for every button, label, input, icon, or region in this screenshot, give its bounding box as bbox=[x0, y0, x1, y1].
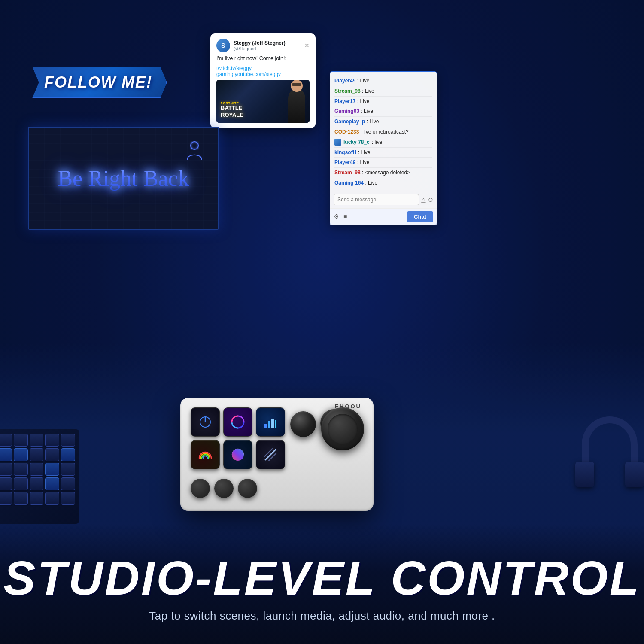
bottom-section: STUDIO-LEVEL CONTROL Tap to switch scene… bbox=[0, 524, 644, 644]
kb-key bbox=[0, 434, 12, 447]
kb-key-lit bbox=[45, 463, 59, 476]
follow-me-shape: FOLLOW ME! bbox=[32, 67, 167, 98]
chat-avatar-6 bbox=[334, 139, 341, 146]
kb-key bbox=[14, 492, 28, 505]
chat-input-area: △ ⊖ bbox=[330, 191, 437, 208]
chat-text-8: : Live bbox=[357, 159, 370, 165]
kb-key bbox=[30, 434, 44, 447]
kb-key bbox=[14, 434, 28, 447]
kb-key bbox=[30, 477, 44, 490]
chat-list-icon[interactable]: ≡ bbox=[343, 213, 347, 220]
stream-deck-device: FHOOU bbox=[180, 398, 374, 511]
kb-key bbox=[61, 463, 75, 476]
kb-key bbox=[14, 463, 28, 476]
svg-line-11 bbox=[269, 453, 276, 461]
kb-key-lit bbox=[0, 448, 12, 461]
deck-small-knobs bbox=[191, 479, 285, 498]
deck-small-knob-0[interactable] bbox=[191, 479, 210, 498]
tweet-link-youtube[interactable]: gaming.youtube.com/steggy bbox=[216, 71, 310, 77]
chat-user-6: lucky 78_c bbox=[343, 139, 370, 146]
chat-footer: ⚙ ≡ Chat bbox=[330, 208, 437, 225]
keyboard-decoration bbox=[0, 429, 79, 524]
deck-large-knob[interactable] bbox=[321, 407, 364, 450]
chat-user-10: Gaming 164 bbox=[334, 180, 364, 186]
tweet-header: S Steggy (Jeff Stegner) @Stegnert ✕ bbox=[216, 39, 310, 52]
chat-text-2: : Live bbox=[357, 98, 370, 104]
kb-key bbox=[45, 434, 59, 447]
keyboard-keys bbox=[0, 429, 79, 509]
chat-text-6: : live bbox=[372, 139, 383, 146]
kb-key bbox=[14, 477, 28, 490]
chat-text-1: : Live bbox=[362, 88, 374, 94]
tweet-image: FORTNITE BATTLEROYALE bbox=[216, 80, 310, 123]
deck-key-5[interactable] bbox=[256, 440, 285, 469]
chat-text-3: : Live bbox=[361, 108, 373, 114]
chat-emoji-icon[interactable]: △ bbox=[421, 196, 426, 203]
chat-message-9: Stream_98 : <message deleted> bbox=[334, 168, 432, 178]
chat-messages: Player49 : Live Stream_98 : Live Player1… bbox=[330, 72, 437, 191]
tweet-avatar: S bbox=[216, 39, 230, 52]
chat-text-4: : Live bbox=[367, 118, 379, 125]
chat-text-7: : Live bbox=[358, 149, 371, 155]
deck-key-4[interactable] bbox=[223, 440, 252, 469]
deck-key-1[interactable] bbox=[223, 407, 252, 437]
brb-person-icon bbox=[184, 140, 205, 164]
deck-key-2[interactable] bbox=[256, 407, 285, 437]
kb-key bbox=[0, 477, 12, 490]
chat-user-5: COD-1233 bbox=[334, 129, 359, 135]
chat-text-5: : live or rebroadcast? bbox=[361, 129, 409, 135]
svg-rect-4 bbox=[264, 424, 267, 428]
kb-key bbox=[0, 492, 12, 505]
deck-small-knob-2[interactable] bbox=[238, 479, 257, 498]
svg-rect-6 bbox=[271, 419, 274, 428]
tweet-user-info: Steggy (Jeff Stegner) @Stegnert bbox=[234, 40, 301, 51]
chat-user-3: Gaming03 bbox=[334, 108, 359, 114]
chat-settings-icon[interactable]: ⚙ bbox=[334, 213, 339, 220]
chat-message-10: Gaming 164 : Live bbox=[334, 178, 432, 188]
follow-me-banner: FOLLOW ME! bbox=[32, 67, 167, 98]
kb-key bbox=[45, 492, 59, 505]
chat-message-8: Player49 : Live bbox=[334, 158, 432, 168]
main-title: STUDIO-LEVEL CONTROL bbox=[3, 554, 641, 602]
kb-key bbox=[30, 448, 44, 461]
tweet-link-twitch[interactable]: twitch.tv/steggy bbox=[216, 65, 310, 71]
tweet-close-icon[interactable]: ✕ bbox=[304, 42, 310, 49]
chat-options-icon[interactable]: ⊖ bbox=[428, 196, 433, 203]
chat-user-1: Stream_98 bbox=[334, 88, 361, 94]
kb-key-lit bbox=[45, 477, 59, 490]
deck-small-knob-1[interactable] bbox=[214, 479, 234, 498]
svg-point-0 bbox=[191, 142, 198, 149]
chat-send-button[interactable]: Chat bbox=[407, 211, 433, 222]
deck-key-3[interactable] bbox=[191, 440, 220, 469]
kb-key bbox=[30, 492, 44, 505]
follow-me-text: FOLLOW ME! bbox=[44, 73, 152, 91]
chat-message-2: Player17 : Live bbox=[334, 97, 432, 107]
content-layer: FOLLOW ME! S Steggy (Jeff Stegner) @Steg… bbox=[0, 0, 644, 644]
svg-rect-5 bbox=[268, 421, 270, 428]
chat-input[interactable] bbox=[334, 194, 419, 205]
chat-text-0: : Live bbox=[357, 78, 370, 84]
chat-message-7: kingsofH : Live bbox=[334, 148, 432, 158]
tweet-card: S Steggy (Jeff Stegner) @Stegnert ✕ I'm … bbox=[210, 33, 316, 128]
chat-message-1: Stream_98 : Live bbox=[334, 86, 432, 97]
deck-medium-knob-0[interactable] bbox=[290, 411, 316, 437]
deck-large-knob-inner bbox=[328, 414, 358, 444]
chat-user-9: Stream_98 bbox=[334, 170, 361, 176]
deck-key-0[interactable] bbox=[191, 407, 220, 437]
chat-text-9: : <message deleted> bbox=[362, 170, 410, 176]
chat-footer-icons: ⚙ ≡ bbox=[334, 213, 347, 220]
kb-key-lit bbox=[61, 448, 75, 461]
chat-message-6: lucky 78_c : live bbox=[334, 137, 432, 148]
kb-key bbox=[30, 463, 44, 476]
chat-text-10: : Live bbox=[365, 180, 377, 186]
kb-key bbox=[61, 434, 75, 447]
brb-text: Be Right Back bbox=[58, 166, 189, 191]
chat-message-5: COD-1233 : live or rebroadcast? bbox=[334, 127, 432, 137]
chat-panel: Player49 : Live Stream_98 : Live Player1… bbox=[330, 71, 437, 225]
chat-user-7: kingsofH bbox=[334, 149, 356, 155]
svg-line-9 bbox=[265, 450, 276, 460]
chat-user-2: Player17 bbox=[334, 98, 355, 104]
tweet-body: I'm live right now! Come join!: bbox=[216, 55, 310, 63]
chat-message-0: Player49 : Live bbox=[334, 76, 432, 86]
brb-screen: Be Right Back bbox=[28, 127, 219, 230]
